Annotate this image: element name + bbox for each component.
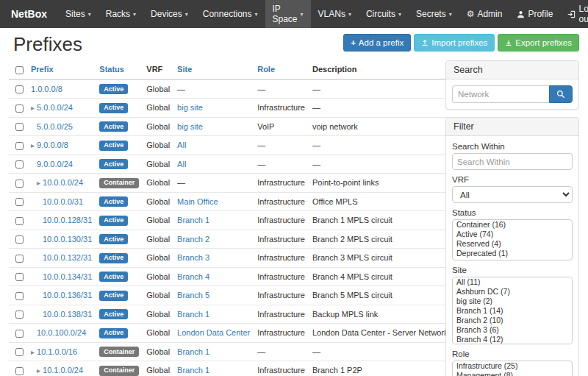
prefix-link[interactable]: 1.0.0.0/8 bbox=[31, 85, 62, 93]
prefix-link[interactable]: 10.1.0.0/16 bbox=[37, 347, 77, 356]
prefix-link[interactable]: 10.0.0.130/31 bbox=[43, 235, 92, 244]
prefix-link[interactable]: 5.0.0.0/24 bbox=[37, 103, 73, 112]
prefix-link[interactable]: 10.1.0.0/24 bbox=[43, 366, 83, 375]
row-checkbox[interactable] bbox=[15, 217, 24, 225]
prefix-link[interactable]: 10.0.0.134/31 bbox=[43, 272, 92, 281]
table-row: 9.0.0.0/24ActiveGlobalAll—— bbox=[9, 155, 452, 174]
site-link[interactable]: Branch 1 bbox=[177, 347, 209, 356]
site-link[interactable]: Branch 1 bbox=[177, 310, 209, 319]
nav-item-ip-space[interactable]: IP Space▾ bbox=[265, 0, 311, 28]
filter-option[interactable]: Infrastructure (25) bbox=[453, 361, 572, 371]
prefix-link[interactable]: 9.0.0.0/8 bbox=[37, 141, 68, 149]
site-link[interactable]: Branch 4 bbox=[177, 272, 209, 281]
column-sort-link[interactable]: Site bbox=[177, 65, 192, 74]
column-header-role[interactable]: Role bbox=[254, 60, 309, 79]
export-prefixes-button[interactable]: Export prefixes bbox=[498, 34, 579, 52]
nav-item-racks[interactable]: Racks▾ bbox=[98, 0, 143, 28]
site-link[interactable]: London Data Center bbox=[177, 328, 250, 337]
site-link[interactable]: Branch 2 bbox=[177, 235, 209, 244]
nav-item-vlans[interactable]: VLANs▾ bbox=[311, 0, 359, 28]
filter-option[interactable]: Reserved (4) bbox=[453, 239, 572, 249]
column-sort-link[interactable]: Prefix bbox=[31, 65, 54, 74]
nav-item-admin[interactable]: ⚙ Admin bbox=[459, 0, 510, 28]
row-checkbox[interactable] bbox=[15, 142, 24, 150]
search-within-input[interactable] bbox=[452, 153, 573, 170]
filter-option[interactable]: Branch 1 (14) bbox=[453, 306, 572, 316]
row-checkbox[interactable] bbox=[15, 235, 24, 244]
prefix-link[interactable]: 10.0.0.128/31 bbox=[43, 216, 92, 224]
filter-option[interactable]: Ashburn DC (7) bbox=[453, 287, 572, 297]
filter-option[interactable]: Management (8) bbox=[453, 371, 572, 376]
filter-option[interactable]: big site (2) bbox=[453, 297, 572, 306]
nav-item-connections[interactable]: Connections▾ bbox=[196, 0, 265, 28]
select-all-checkbox[interactable] bbox=[15, 66, 24, 74]
search-button[interactable] bbox=[549, 85, 573, 103]
nav-item-sites[interactable]: Sites▾ bbox=[58, 0, 98, 28]
site-link[interactable]: All bbox=[177, 160, 186, 169]
role-cell: Infrastructure bbox=[254, 249, 309, 268]
role-filter-list[interactable]: Infrastructure (25)Management (8)Private… bbox=[452, 361, 573, 376]
row-checkbox[interactable] bbox=[15, 85, 24, 93]
site-link[interactable]: Branch 3 bbox=[177, 253, 209, 262]
nav-item-circuits[interactable]: Circuits▾ bbox=[359, 0, 409, 28]
site-link[interactable]: big site bbox=[177, 103, 203, 112]
prefix-link[interactable]: 10.0.0.132/31 bbox=[43, 253, 92, 262]
page-title: Prefixes bbox=[13, 32, 82, 56]
nav-item-devices[interactable]: Devices▾ bbox=[143, 0, 196, 28]
row-checkbox[interactable] bbox=[15, 123, 24, 131]
filter-option[interactable]: Active (74) bbox=[453, 230, 572, 239]
row-checkbox[interactable] bbox=[15, 311, 24, 319]
prefix-link[interactable]: 10.0.0.136/31 bbox=[43, 291, 92, 299]
column-sort-link[interactable]: Status bbox=[99, 65, 124, 74]
filter-option[interactable]: Branch 2 (10) bbox=[453, 316, 572, 325]
row-checkbox[interactable] bbox=[15, 160, 24, 169]
prefix-link[interactable]: 9.0.0.0/24 bbox=[37, 160, 73, 169]
row-checkbox[interactable] bbox=[15, 273, 24, 281]
status-cell: Active bbox=[96, 192, 143, 211]
column-header-site[interactable]: Site bbox=[173, 60, 254, 79]
row-checkbox[interactable] bbox=[15, 180, 24, 188]
prefix-link[interactable]: 10.0.0.138/31 bbox=[43, 310, 92, 319]
vrf-filter-select[interactable]: All bbox=[452, 186, 573, 203]
column-header-prefix[interactable]: Prefix bbox=[27, 60, 96, 79]
vrf-cell: Global bbox=[143, 192, 173, 211]
row-checkbox[interactable] bbox=[15, 330, 24, 338]
status-badge: Active bbox=[99, 309, 128, 319]
nav-item-logout[interactable]: Log out bbox=[560, 0, 588, 28]
row-checkbox[interactable] bbox=[15, 255, 24, 263]
vrf-label: VRF bbox=[452, 175, 573, 184]
status-filter-list[interactable]: Container (16)Active (74)Reserved (4)Dep… bbox=[452, 219, 573, 260]
column-sort-link[interactable]: Role bbox=[257, 65, 275, 74]
role-cell: Infrastructure bbox=[254, 305, 309, 324]
site-link[interactable]: Branch 1 bbox=[177, 366, 209, 375]
row-checkbox[interactable] bbox=[15, 348, 24, 356]
filter-option[interactable]: Container (16) bbox=[453, 220, 572, 230]
app-brand[interactable]: NetBox bbox=[0, 0, 58, 28]
search-input[interactable] bbox=[452, 85, 549, 103]
site-filter-list[interactable]: All (11)Ashburn DC (7)big site (2)Branch… bbox=[452, 277, 573, 344]
row-checkbox[interactable] bbox=[15, 292, 24, 300]
filter-option[interactable]: Deprecated (1) bbox=[453, 249, 572, 258]
site-link[interactable]: Branch 1 bbox=[177, 216, 209, 224]
row-checkbox[interactable] bbox=[15, 367, 24, 375]
role-cell: Infrastructure bbox=[254, 192, 309, 211]
add-prefix-button[interactable]: + Add a prefix bbox=[343, 34, 411, 52]
site-link[interactable]: big site bbox=[177, 122, 203, 131]
prefix-link[interactable]: 10.0.0.0/31 bbox=[43, 197, 83, 206]
import-prefixes-button[interactable]: Import prefixes bbox=[414, 34, 495, 52]
row-checkbox[interactable] bbox=[15, 198, 24, 206]
filter-option[interactable]: Branch 4 (12) bbox=[453, 335, 572, 344]
prefix-link[interactable]: 5.0.0.0/25 bbox=[37, 122, 73, 131]
role-cell: Infrastructure bbox=[254, 99, 309, 118]
nav-item-profile[interactable]: Profile bbox=[509, 0, 560, 28]
prefix-link[interactable]: 10.0.100.0/24 bbox=[37, 328, 86, 337]
site-link[interactable]: All bbox=[177, 141, 186, 149]
site-link[interactable]: Main Office bbox=[177, 197, 218, 206]
site-link[interactable]: Branch 5 bbox=[177, 291, 209, 299]
filter-option[interactable]: All (11) bbox=[453, 277, 572, 287]
nav-item-secrets[interactable]: Secrets▾ bbox=[409, 0, 459, 28]
filter-option[interactable]: Branch 3 (6) bbox=[453, 325, 572, 335]
column-header-status[interactable]: Status bbox=[96, 60, 143, 79]
prefix-link[interactable]: 10.0.0.0/24 bbox=[43, 178, 83, 187]
row-checkbox[interactable] bbox=[15, 104, 24, 113]
